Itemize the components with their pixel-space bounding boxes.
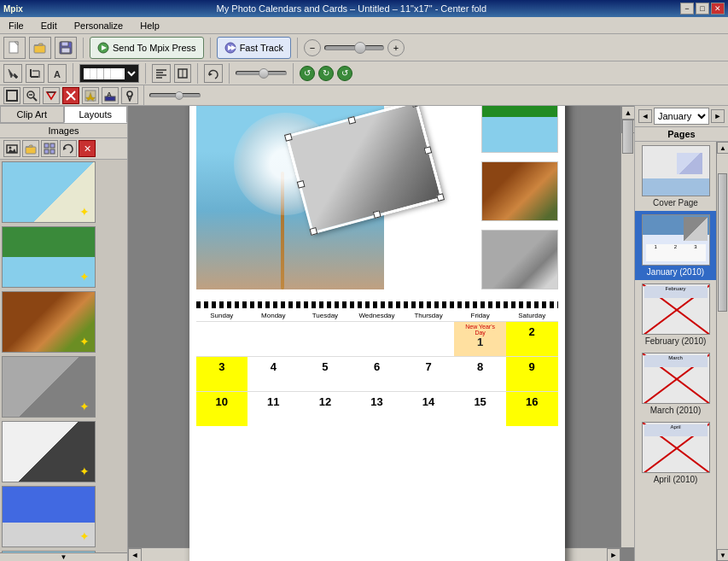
scroll-right-button[interactable]: ► (607, 548, 620, 561)
font-select[interactable]: ████████ (79, 64, 139, 83)
canvas-scroll-vertical[interactable]: ▲ ▼ (620, 106, 634, 547)
pages-scroll-area[interactable]: Cover Page 123 January (2010) (635, 142, 716, 561)
resize-handle-bl[interactable] (309, 227, 317, 236)
menu-file[interactable]: File (3, 19, 29, 32)
tb3-btn-3[interactable] (43, 87, 60, 104)
images-btn-refresh[interactable] (60, 140, 77, 157)
add-image-icon (6, 143, 18, 155)
calendar-section: Sunday Monday Tuesday Wednesday Thursday… (196, 310, 558, 426)
scroll-left-button[interactable]: ◄ (128, 548, 142, 561)
green-circle-button-3[interactable]: ↺ (337, 66, 352, 81)
pages-scroll-track[interactable] (717, 154, 728, 549)
resize-handle-tm[interactable] (347, 116, 356, 125)
page-thumb-march[interactable]: March March (2010) (635, 349, 716, 418)
zoom-in-button[interactable]: + (387, 39, 405, 56)
apr-thumb-header: April (644, 424, 708, 436)
svg-rect-3 (34, 45, 45, 53)
resize-handle-ml[interactable] (296, 180, 305, 189)
menu-help[interactable]: Help (135, 19, 165, 32)
svg-marker-4 (34, 44, 43, 45)
images-btn-1[interactable] (3, 140, 20, 157)
tb3-btn-2[interactable] (23, 87, 40, 104)
page-thumb-january[interactable]: 123 January (2010) (635, 211, 716, 280)
pages-scroll-thumb[interactable] (718, 173, 727, 312)
cal-w1-d2 (300, 322, 352, 356)
cover-thumb-bottom (643, 178, 709, 196)
tab-layouts[interactable]: Layouts (64, 106, 128, 123)
tb3-slider-thumb[interactable] (175, 91, 183, 100)
zoom-out-button[interactable]: − (304, 39, 321, 56)
resize-handle-bm[interactable] (372, 210, 381, 219)
cal-w3-d2: 12 (300, 392, 352, 426)
rotate-left-button[interactable] (204, 64, 223, 83)
pages-scrollbar[interactable]: ▲ ▼ (716, 142, 728, 561)
tb3-slider-track[interactable] (149, 93, 201, 97)
tab-clipart[interactable]: Clip Art (0, 106, 64, 123)
new-button[interactable] (3, 37, 26, 59)
page-thumb-february[interactable]: February February (2010) (635, 280, 716, 349)
zoom-slider-track[interactable] (324, 45, 384, 50)
zoom-slider-control[interactable] (324, 45, 384, 50)
open-button[interactable] (29, 37, 51, 59)
thumbnail-item-2[interactable]: ✦ (0, 289, 127, 354)
month-select[interactable]: January (654, 108, 709, 125)
tb2-extra-btn[interactable] (174, 64, 191, 83)
tb3-btn-location[interactable] (121, 87, 138, 104)
menu-edit[interactable]: Edit (36, 19, 62, 32)
resize-handle-tr[interactable] (411, 106, 419, 107)
send-to-mpix-button[interactable]: Send To Mpix Press (90, 37, 204, 59)
v-scroll-thumb[interactable] (622, 120, 633, 154)
green-circle-button-2[interactable]: ↻ (318, 66, 334, 81)
pages-scroll-up[interactable]: ▲ (717, 142, 728, 154)
save-button[interactable] (55, 37, 77, 59)
tb3-btn-4[interactable] (62, 87, 79, 104)
resize-handle-mr[interactable] (423, 146, 432, 155)
svg-rect-26 (7, 91, 17, 101)
page-thumb-cover[interactable]: Cover Page (635, 142, 716, 211)
menu-personalize[interactable]: Personalize (69, 19, 128, 32)
thumbnail-item-6[interactable]: ✦ (0, 549, 127, 552)
tb2-slider-thumb[interactable] (259, 68, 269, 79)
images-btn-3[interactable] (41, 140, 58, 157)
tb3-btn-6[interactable]: A (102, 87, 119, 104)
resize-handle-tl[interactable] (283, 132, 292, 141)
tb3-btn-1[interactable] (3, 87, 20, 104)
resize-handle-br[interactable] (436, 193, 445, 202)
tb2-slider-track[interactable] (236, 71, 287, 75)
crop-tool-button[interactable] (26, 64, 44, 83)
month-prev-button[interactable]: ◄ (638, 109, 652, 123)
images-btn-2[interactable] (22, 140, 39, 157)
thumbnail-item-3[interactable]: ✦ (0, 354, 127, 419)
window-controls: − □ ✕ (680, 3, 725, 15)
fast-track-button[interactable]: Fast Track (217, 37, 291, 59)
cal-header-wed: Wednesday (351, 312, 403, 319)
left-scroll-bottom[interactable]: ▼ (0, 552, 127, 561)
close-button[interactable]: ✕ (711, 3, 725, 15)
svg-rect-6 (61, 42, 68, 46)
page-canvas[interactable]: Sunday Monday Tuesday Wednesday Thursday… (189, 106, 565, 561)
folder-icon (25, 143, 37, 155)
text-tool-button[interactable]: A (48, 64, 67, 83)
tb3-btn-5[interactable] (82, 87, 99, 104)
zoom-slider-thumb[interactable] (354, 42, 366, 54)
page-thumb-april[interactable]: April April (2010) (635, 418, 716, 488)
minimize-button[interactable]: − (680, 3, 694, 15)
thumb-star-5: ✦ (79, 529, 90, 543)
rotate-left-icon (207, 67, 219, 79)
images-btn-delete[interactable]: ✕ (79, 140, 96, 157)
align-left-button[interactable] (152, 64, 171, 83)
pages-scroll-down[interactable]: ▼ (717, 549, 728, 561)
restore-button[interactable]: □ (696, 3, 709, 15)
thumbnail-item-1[interactable]: ✦ (0, 225, 127, 289)
select-tool-button[interactable] (3, 64, 22, 83)
thumbnail-item-5[interactable]: ✦ (0, 484, 127, 549)
thumbnail-item-4[interactable]: ✦ (0, 419, 127, 484)
green-circle-button-1[interactable]: ↺ (300, 66, 315, 81)
scroll-up-button[interactable]: ▲ (621, 106, 634, 120)
month-next-button[interactable]: ► (711, 109, 725, 123)
photo-top-right-2 (481, 161, 558, 221)
separator-tb3-1 (143, 85, 144, 106)
thumbnail-item-0[interactable]: ✦ (0, 160, 127, 225)
text-icon: A (51, 67, 63, 79)
thumb-star-4: ✦ (79, 465, 90, 478)
